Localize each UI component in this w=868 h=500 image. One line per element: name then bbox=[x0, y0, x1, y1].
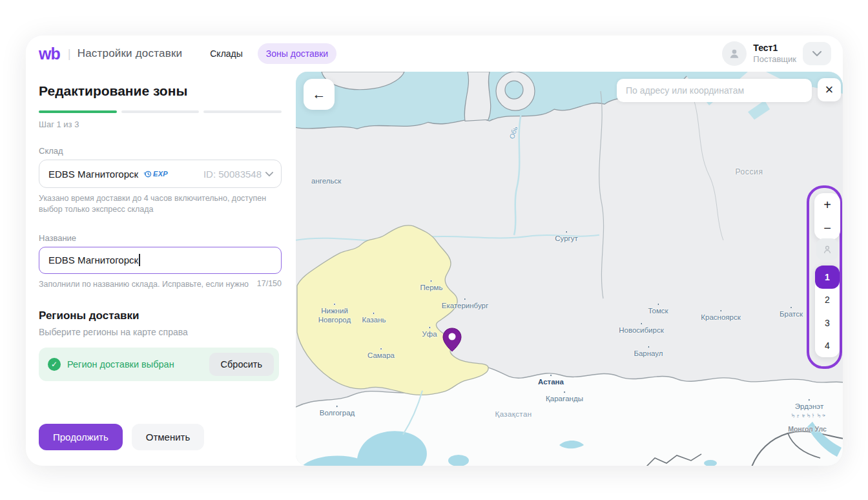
map-search-input[interactable] bbox=[617, 79, 812, 102]
cancel-button[interactable]: Отменить bbox=[132, 424, 205, 450]
page-title: Редактирование зоны bbox=[39, 83, 282, 99]
zoom-level-selector: 1 2 3 4 bbox=[815, 266, 840, 357]
chevron-down-icon bbox=[812, 51, 822, 56]
express-badge: EXP bbox=[143, 170, 168, 178]
regions-section-title: Регионы доставки bbox=[39, 309, 282, 322]
zoom-level-4[interactable]: 4 bbox=[815, 335, 840, 358]
top-bar: wb | Настройки доставки Склады Зоны дост… bbox=[26, 36, 843, 72]
check-icon: ✓ bbox=[48, 358, 61, 371]
map-canvas[interactable]: ангельск Россия Обь Сургут Пермь Екатери… bbox=[296, 72, 843, 466]
express-badge-label: EXP bbox=[153, 170, 168, 178]
app-title: Настройки доставки bbox=[78, 47, 183, 60]
text-caret bbox=[139, 254, 140, 266]
progress-segment-1 bbox=[39, 110, 117, 113]
avatar[interactable] bbox=[722, 41, 747, 66]
zone-edit-panel: Редактирование зоны Шаг 1 из 3 Склад EDB… bbox=[26, 72, 296, 466]
progress-segment-3 bbox=[203, 110, 282, 113]
zone-name-label: Название bbox=[39, 233, 282, 243]
step-label: Шаг 1 из 3 bbox=[39, 120, 282, 129]
regions-section-subtitle: Выберите регионы на карте справа bbox=[39, 327, 282, 337]
back-button[interactable]: ← bbox=[304, 79, 335, 110]
warehouse-hint: Указано время доставки до 4 часов включи… bbox=[39, 193, 284, 215]
user-role: Поставщик bbox=[753, 54, 796, 65]
tab-delivery-zones[interactable]: Зоны доставки bbox=[258, 43, 336, 64]
tab-warehouses[interactable]: Склады bbox=[202, 43, 251, 64]
zoom-level-1[interactable]: 1 bbox=[815, 266, 840, 289]
geolocation-button[interactable] bbox=[816, 238, 838, 260]
chevron-down-icon bbox=[265, 172, 273, 176]
warehouse-value: EDBS Магнитогорск bbox=[48, 169, 138, 180]
back-arrow-icon: ← bbox=[313, 87, 326, 102]
zoom-out-button[interactable]: − bbox=[814, 216, 840, 240]
map-geography bbox=[296, 72, 843, 466]
zone-name-hint: Заполнили по названию склада. Исправьте,… bbox=[39, 279, 249, 290]
zoom-level-3[interactable]: 3 bbox=[815, 311, 840, 335]
user-name: Тест1 bbox=[753, 43, 796, 54]
char-counter: 17/150 bbox=[257, 279, 282, 290]
warehouse-pin[interactable] bbox=[442, 328, 462, 352]
warehouse-id: ID: 50083548 bbox=[203, 169, 262, 180]
zone-name-input[interactable]: EDBS Магнитогорск bbox=[39, 247, 282, 274]
logo-divider: | bbox=[68, 47, 71, 61]
express-clock-icon bbox=[143, 170, 152, 178]
zoom-in-button[interactable]: + bbox=[814, 193, 840, 216]
zoom-controls: + − bbox=[814, 193, 840, 240]
reset-region-button[interactable]: Сбросить bbox=[209, 353, 274, 376]
close-map-button[interactable]: × bbox=[818, 78, 841, 101]
progress-bar bbox=[39, 110, 282, 113]
warehouse-label: Склад bbox=[39, 146, 282, 156]
warehouse-select[interactable]: EDBS Магнитогорск EXP ID: 50083548 bbox=[39, 160, 282, 188]
region-selected-status: Регион доставки выбран bbox=[67, 359, 209, 370]
progress-segment-2 bbox=[121, 110, 200, 113]
zoom-level-2[interactable]: 2 bbox=[815, 289, 840, 312]
close-icon: × bbox=[825, 81, 834, 98]
form-actions: Продолжить Отменить bbox=[39, 424, 282, 453]
continue-button[interactable]: Продолжить bbox=[39, 424, 123, 450]
region-selected-banner: ✓ Регион доставки выбран Сбросить bbox=[39, 348, 279, 381]
zone-name-value: EDBS Магнитогорск bbox=[48, 255, 138, 266]
user-menu: Тест1 Поставщик bbox=[722, 41, 831, 66]
main-tabs: Склады Зоны доставки bbox=[202, 43, 336, 64]
person-icon bbox=[822, 244, 832, 255]
delivery-settings-window: wb | Настройки доставки Склады Зоны дост… bbox=[26, 36, 843, 466]
wb-logo: wb bbox=[39, 45, 60, 63]
user-icon bbox=[728, 47, 741, 60]
user-dropdown-button[interactable] bbox=[803, 42, 831, 65]
